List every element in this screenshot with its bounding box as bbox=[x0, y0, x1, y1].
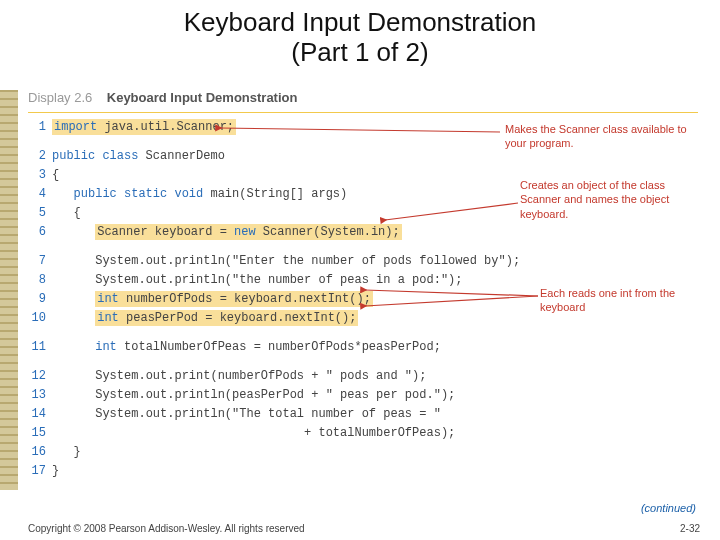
code-line: 12 System.out.print(numberOfPods + " pod… bbox=[28, 369, 698, 388]
annotation: Makes the Scanner class available to you… bbox=[505, 122, 695, 151]
code-line: 15 + totalNumberOfPeas); bbox=[28, 426, 698, 445]
annotation: Creates an object of the class Scanner a… bbox=[520, 178, 700, 221]
continued-label: (continued) bbox=[641, 502, 696, 514]
code-line: 13 System.out.println(peasPerPod + " pea… bbox=[28, 388, 698, 407]
header-rule bbox=[28, 112, 698, 113]
code-line: 16 } bbox=[28, 445, 698, 464]
display-header: Display 2.6 Keyboard Input Demonstration bbox=[28, 90, 297, 105]
code-line: 7 System.out.println("Enter the number o… bbox=[28, 254, 698, 273]
copyright: Copyright © 2008 Pearson Addison-Wesley.… bbox=[28, 523, 305, 534]
annotation: Each reads one int from the keyboard bbox=[540, 286, 700, 315]
page-number: 2-32 bbox=[680, 523, 700, 534]
title-line1: Keyboard Input Demonstration bbox=[184, 7, 537, 37]
title-line2: (Part 1 of 2) bbox=[291, 37, 428, 67]
display-title: Keyboard Input Demonstration bbox=[107, 90, 298, 105]
slide-title: Keyboard Input Demonstration (Part 1 of … bbox=[0, 0, 720, 68]
display-label: Display 2.6 bbox=[28, 90, 92, 105]
footer: Copyright © 2008 Pearson Addison-Wesley.… bbox=[28, 523, 700, 534]
side-stripe bbox=[0, 90, 18, 490]
code-line: 17} bbox=[28, 464, 698, 483]
code-line: 6 Scanner keyboard = new Scanner(System.… bbox=[28, 225, 698, 244]
code-line: 11 int totalNumberOfPeas = numberOfPods*… bbox=[28, 340, 698, 359]
code-line: 2public class ScannerDemo bbox=[28, 149, 698, 168]
code-line: 14 System.out.println("The total number … bbox=[28, 407, 698, 426]
